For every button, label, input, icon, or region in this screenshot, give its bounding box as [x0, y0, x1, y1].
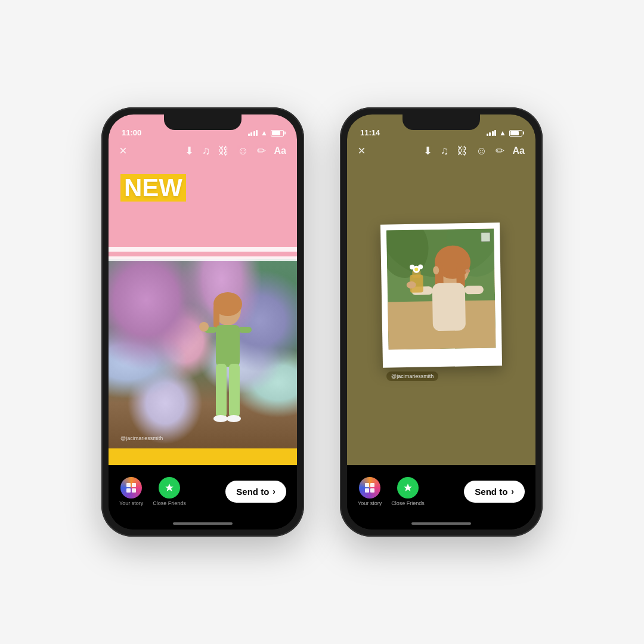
- svg-rect-14: [132, 488, 136, 493]
- svg-rect-7: [216, 364, 227, 417]
- signal-icon-1: [248, 130, 258, 136]
- new-highlight: NEW: [120, 174, 186, 202]
- close-icon-2[interactable]: ×: [358, 143, 366, 159]
- svg-rect-8: [229, 364, 240, 417]
- svg-rect-25: [432, 283, 466, 331]
- notch-1: [164, 114, 242, 130]
- text-icon-1[interactable]: Aa: [274, 145, 286, 156]
- close-icon-1[interactable]: ×: [119, 143, 127, 159]
- battery-icon-1: [271, 130, 284, 137]
- status-time-2: 11:14: [360, 128, 380, 137]
- phone-2: 11:14 ▲ × ⬇ ♫ ⛓ ☺: [340, 107, 543, 537]
- link-icon-1[interactable]: ⛓: [218, 145, 229, 157]
- svg-rect-3: [216, 325, 240, 367]
- send-to-button-1[interactable]: Send to ›: [225, 481, 286, 503]
- divider-line-2: [109, 256, 297, 261]
- phone-2-inner: 11:14 ▲ × ⬇ ♫ ⛓ ☺: [347, 114, 535, 530]
- bottom-actions-1: Your story Close Friends: [119, 477, 186, 506]
- svg-point-6: [199, 322, 209, 332]
- story-content-1: NEW: [109, 163, 297, 465]
- bottom-bar-2: Your story Close Friends Send to ›: [347, 465, 535, 518]
- svg-rect-2: [213, 304, 219, 328]
- status-icons-2: ▲: [487, 129, 522, 137]
- home-indicator-2: [347, 518, 535, 530]
- divider-lines: [109, 247, 297, 266]
- close-friends-item-1[interactable]: Close Friends: [153, 477, 186, 506]
- music-icon-2[interactable]: ♫: [441, 145, 449, 157]
- send-chevron-2: ›: [511, 487, 514, 496]
- send-chevron-1: ›: [273, 487, 275, 496]
- svg-rect-38: [370, 483, 374, 487]
- copy-icon-polaroid: [481, 233, 490, 242]
- grid-icon-1: [125, 482, 137, 494]
- story-toolbar-2: × ⬇ ♫ ⛓ ☺ ✏ Aa: [347, 141, 535, 163]
- svg-point-10: [227, 415, 241, 422]
- signal-icon-2: [487, 130, 497, 136]
- star-icon-2: [402, 482, 414, 494]
- star-icon-1: [163, 482, 175, 494]
- phone-1-inner: 11:00 ▲ × ⬇ ♫ ⛓ ☺: [109, 114, 297, 530]
- send-to-label-2: Send to: [475, 487, 507, 497]
- polaroid-frame: [380, 222, 502, 367]
- svg-rect-37: [365, 483, 369, 487]
- emoji-icon-1[interactable]: ☺: [237, 145, 248, 157]
- phone-1: 11:00 ▲ × ⬇ ♫ ⛓ ☺: [101, 107, 304, 537]
- new-text: NEW: [124, 174, 182, 202]
- draw-icon-1[interactable]: ✏: [257, 144, 266, 157]
- link-icon-2[interactable]: ⛓: [457, 145, 467, 157]
- username-tag-olive: @jacimariessmith: [386, 371, 438, 381]
- draw-icon-2[interactable]: ✏: [496, 144, 504, 157]
- svg-rect-27: [465, 286, 484, 295]
- download-icon-2[interactable]: ⬇: [423, 144, 432, 157]
- hydrangea-background: [109, 259, 297, 465]
- notch-2: [402, 114, 480, 130]
- your-story-label-2: Your story: [358, 500, 382, 506]
- battery-icon-2: [509, 130, 522, 137]
- status-icons-1: ▲: [248, 129, 284, 137]
- wifi-icon-1: ▲: [261, 129, 268, 137]
- your-story-item-2[interactable]: Your story: [358, 477, 382, 506]
- home-bar-2: [411, 522, 471, 525]
- emoji-icon-2[interactable]: ☺: [476, 145, 487, 157]
- send-to-button-2[interactable]: Send to ›: [464, 481, 525, 503]
- close-friends-item-2[interactable]: Close Friends: [391, 477, 425, 506]
- wifi-icon-2: ▲: [499, 129, 506, 137]
- grid-icon-2: [364, 482, 376, 494]
- close-friends-label-2: Close Friends: [391, 500, 425, 506]
- story-area-1: NEW: [109, 163, 297, 465]
- your-story-circle-2: [359, 477, 380, 499]
- svg-rect-13: [126, 488, 131, 493]
- new-label: NEW: [120, 174, 186, 202]
- divider-line-1: [109, 247, 297, 252]
- girl-silhouette-svg: [186, 292, 270, 459]
- toolbar-icons-1: ⬇ ♫ ⛓ ☺ ✏ Aa: [185, 144, 286, 157]
- close-friends-circle-2: [397, 477, 419, 499]
- story-toolbar-1: × ⬇ ♫ ⛓ ☺ ✏ Aa: [109, 141, 297, 163]
- home-indicator-1: [109, 518, 297, 530]
- music-icon-1[interactable]: ♫: [202, 145, 210, 157]
- username-tag-pink: @jacimariessmith: [120, 435, 163, 441]
- close-friends-circle-1: [159, 477, 180, 499]
- toolbar-icons-2: ⬇ ♫ ⛓ ☺ ✏ Aa: [423, 144, 525, 157]
- your-story-item-1[interactable]: Your story: [119, 477, 143, 506]
- your-story-circle-1: [120, 477, 142, 499]
- perfume-girl-svg: [386, 228, 496, 349]
- story-photo-1: @jacimariessmith: [109, 259, 297, 465]
- polaroid-wrapper: @jacimariessmith: [382, 247, 501, 381]
- send-to-label-1: Send to: [236, 487, 269, 497]
- svg-rect-5: [239, 327, 252, 333]
- your-story-label-1: Your story: [119, 500, 143, 506]
- svg-marker-41: [404, 484, 412, 491]
- story-area-2: @jacimariessmith: [347, 163, 535, 465]
- yellow-bar-bottom: [109, 448, 297, 465]
- svg-point-9: [213, 415, 228, 422]
- polaroid-photo: [386, 228, 496, 349]
- bottom-bar-1: Your story Close Friends Send to ›: [109, 465, 297, 518]
- status-time-1: 11:00: [122, 128, 141, 137]
- svg-marker-15: [165, 484, 174, 491]
- text-icon-2[interactable]: Aa: [513, 145, 525, 156]
- download-icon-1[interactable]: ⬇: [185, 144, 194, 157]
- bottom-actions-2: Your story Close Friends: [358, 477, 425, 506]
- svg-rect-39: [365, 488, 369, 493]
- home-bar-1: [173, 522, 233, 525]
